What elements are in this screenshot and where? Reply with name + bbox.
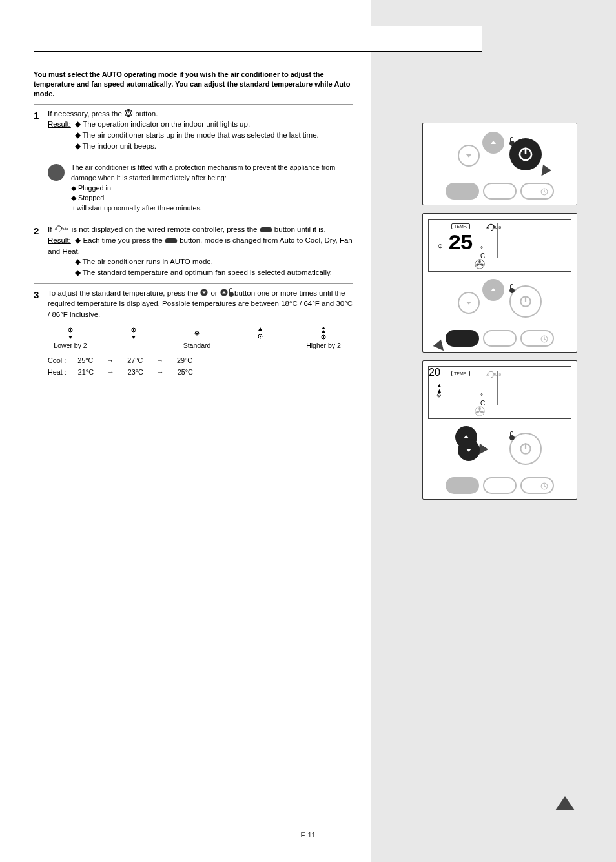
svg-point-25 bbox=[323, 336, 324, 338]
mode-button[interactable] bbox=[446, 477, 479, 494]
intro-text: You must select the AUTO operating mode … bbox=[34, 70, 353, 99]
svg-point-12 bbox=[70, 329, 71, 331]
page-number: E-11 bbox=[300, 831, 315, 839]
power-icon bbox=[518, 442, 533, 456]
thermometer-icon bbox=[509, 431, 513, 440]
separator bbox=[34, 220, 353, 220]
mode-button-icon bbox=[260, 227, 272, 233]
svg-text:Auto: Auto bbox=[60, 227, 68, 231]
celsius-label: °C bbox=[480, 393, 485, 407]
fan-button[interactable] bbox=[483, 477, 517, 494]
temp-down-button[interactable] bbox=[458, 439, 480, 461]
svg-marker-47 bbox=[466, 449, 471, 452]
separator bbox=[34, 283, 353, 284]
range-indicator-icon: ▲▲⊙ bbox=[436, 384, 442, 398]
svg-marker-19 bbox=[258, 327, 262, 331]
svg-point-21 bbox=[260, 336, 261, 337]
temp-range-icon bbox=[129, 327, 138, 340]
step-number: 3 bbox=[34, 288, 39, 302]
temp-range-icon bbox=[319, 327, 328, 340]
auto-icon: Auto bbox=[54, 224, 70, 233]
temperature-table: Lower by 2 Standard Higher by 2 bbox=[34, 327, 353, 351]
power-icon bbox=[124, 108, 133, 118]
svg-marker-16 bbox=[132, 336, 136, 339]
fan-icon bbox=[474, 405, 486, 417]
temperature-values: Cool : 25°C → 27°C → 29°C Heat : 21°C → … bbox=[34, 354, 353, 378]
clock-icon bbox=[540, 482, 549, 491]
separator bbox=[34, 384, 353, 384]
step-2: 2 If Auto is not displayed on the wired … bbox=[34, 224, 353, 278]
step-number: 1 bbox=[34, 108, 39, 123]
temp-range-icon bbox=[192, 327, 201, 340]
temp-range-icon bbox=[66, 327, 75, 340]
svg-rect-6 bbox=[165, 238, 178, 243]
svg-line-52 bbox=[544, 486, 546, 487]
svg-marker-22 bbox=[322, 327, 325, 329]
svg-point-18 bbox=[196, 333, 198, 334]
svg-point-15 bbox=[133, 329, 134, 331]
info-block: The air conditioner is fitted with a pro… bbox=[48, 163, 353, 213]
chevron-down-icon bbox=[464, 446, 473, 455]
svg-marker-23 bbox=[322, 330, 325, 333]
svg-rect-5 bbox=[260, 227, 272, 232]
temp-range-icon bbox=[256, 327, 265, 340]
separator bbox=[34, 104, 353, 105]
step-3: 3 To adjust the standard temperature, pr… bbox=[34, 288, 353, 320]
svg-marker-13 bbox=[68, 336, 72, 339]
page-arrow-icon bbox=[555, 796, 575, 810]
step-1: 1 If necessary, press the button. Result… bbox=[34, 108, 353, 214]
up-button-icon bbox=[220, 288, 229, 297]
svg-marker-46 bbox=[464, 435, 469, 438]
down-button-icon bbox=[200, 288, 209, 297]
title-box bbox=[34, 26, 482, 52]
info-icon bbox=[48, 164, 65, 181]
timer-button[interactable] bbox=[520, 477, 554, 494]
thermometer-icon bbox=[229, 288, 232, 297]
mode-button-icon bbox=[165, 238, 178, 244]
step-number: 2 bbox=[34, 224, 39, 238]
